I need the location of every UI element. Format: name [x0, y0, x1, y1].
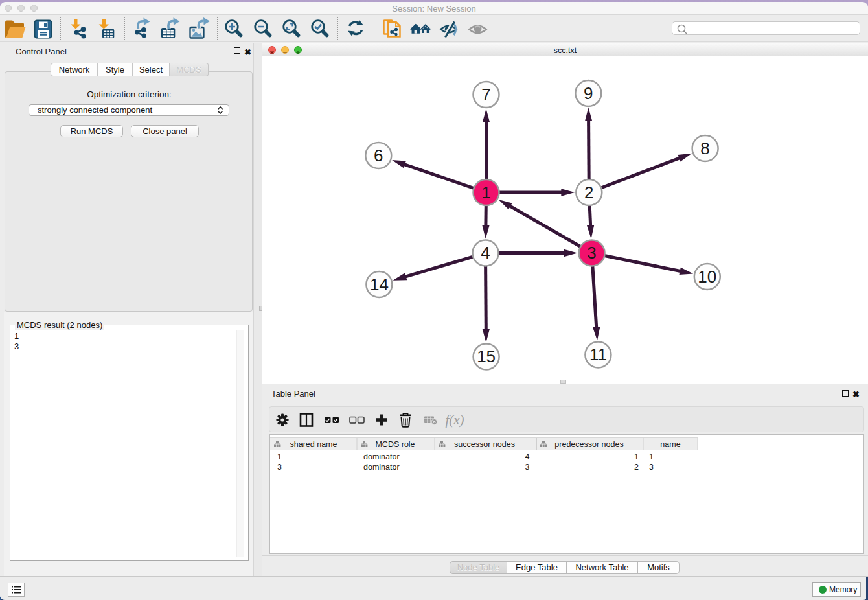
svg-text:3: 3 — [277, 463, 282, 472]
svg-text:successor nodes: successor nodes — [454, 440, 515, 449]
svg-text:15: 15 — [477, 347, 496, 366]
svg-text:2: 2 — [584, 183, 593, 202]
svg-text:14: 14 — [370, 275, 389, 294]
svg-text:shared name: shared name — [290, 440, 337, 449]
svg-text:MCDS role: MCDS role — [375, 440, 415, 449]
svg-text:predecessor nodes: predecessor nodes — [554, 440, 623, 449]
svg-text:3: 3 — [649, 463, 654, 472]
svg-text:f(x): f(x) — [445, 412, 464, 428]
svg-text:7: 7 — [481, 85, 490, 104]
svg-text:1: 1 — [649, 452, 654, 461]
svg-text:3: 3 — [525, 463, 530, 472]
svg-text:2: 2 — [634, 463, 639, 472]
svg-text:3: 3 — [587, 243, 596, 262]
svg-text:dominator: dominator — [363, 452, 400, 461]
svg-text:1: 1 — [634, 452, 639, 461]
svg-text:8: 8 — [700, 139, 709, 158]
svg-text:dominator: dominator — [363, 463, 400, 472]
svg-text:name: name — [660, 440, 680, 449]
svg-text:10: 10 — [698, 267, 716, 286]
svg-text:1: 1 — [481, 183, 490, 202]
svg-text:11: 11 — [589, 345, 607, 364]
svg-text:9: 9 — [584, 84, 593, 103]
svg-text:4: 4 — [525, 452, 530, 461]
svg-text:4: 4 — [481, 243, 490, 262]
svg-text:6: 6 — [374, 146, 383, 165]
svg-text:1: 1 — [277, 452, 282, 461]
